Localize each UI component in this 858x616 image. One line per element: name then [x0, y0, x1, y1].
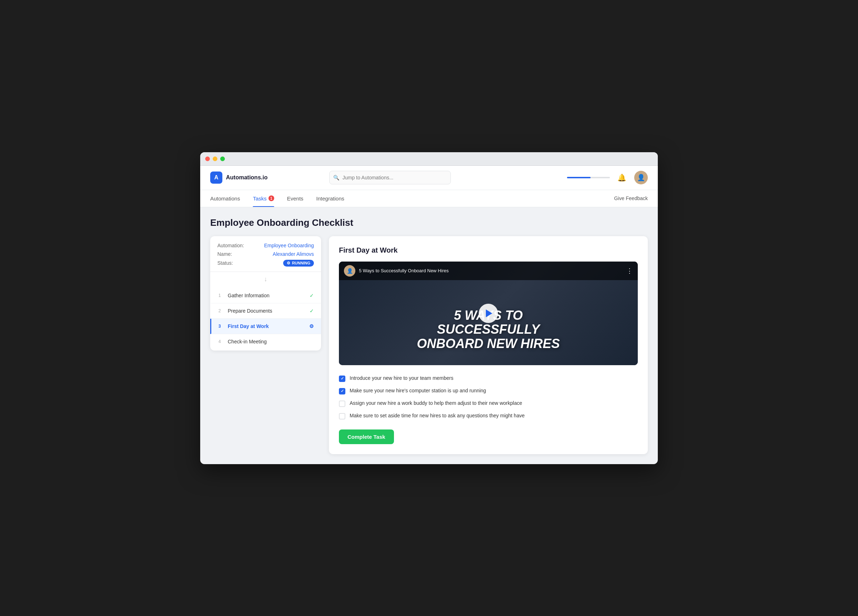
- search-input[interactable]: [329, 171, 451, 185]
- checklist-item: Make sure your new hire's computer stati…: [339, 388, 638, 394]
- video-channel: 👤 5 Ways to Successfully Onboard New Hir…: [344, 265, 449, 276]
- gear-icon: ⚙: [287, 261, 290, 265]
- nav-automations[interactable]: Automations: [210, 190, 240, 207]
- task-num: 4: [218, 339, 224, 344]
- nav-integrations[interactable]: Integrations: [316, 190, 344, 207]
- nav-bar: Automations Tasks 1 Events Integrations …: [200, 190, 658, 207]
- sidebar-card: Automation: Employee Onboarding Name: Al…: [210, 236, 321, 351]
- close-button[interactable]: [205, 157, 210, 161]
- status-label: Status:: [218, 260, 233, 266]
- page-title: Employee Onboarding Checklist: [210, 217, 648, 228]
- video-container[interactable]: 👤 5 Ways to Successfully Onboard New Hir…: [339, 262, 638, 365]
- task-num: 2: [218, 308, 224, 313]
- task-num: 3: [218, 324, 224, 329]
- logo-text: Automations.io: [226, 174, 267, 181]
- tasks-badge: 1: [269, 196, 274, 201]
- task-num: 1: [218, 293, 224, 298]
- maximize-button[interactable]: [220, 157, 225, 161]
- progress-fill: [567, 177, 591, 178]
- checkbox-4[interactable]: [339, 413, 345, 419]
- checkbox-3[interactable]: [339, 400, 345, 407]
- play-button[interactable]: [479, 304, 498, 323]
- sidebar-meta: Automation: Employee Onboarding Name: Al…: [210, 236, 321, 272]
- main-content: Employee Onboarding Checklist Automation…: [200, 207, 658, 464]
- name-label: Name:: [218, 251, 232, 257]
- task-checklist: Introduce your new hire to your team mem…: [339, 375, 638, 419]
- automation-row: Automation: Employee Onboarding: [218, 243, 314, 248]
- name-value[interactable]: Alexander Alimovs: [273, 251, 314, 257]
- automation-label: Automation:: [218, 243, 244, 248]
- task-list: 1 Gather Information ✓ 2 Prepare Documen…: [210, 287, 321, 351]
- channel-avatar: 👤: [344, 265, 355, 276]
- search-bar: 🔍: [329, 171, 451, 185]
- automation-value[interactable]: Employee Onboarding: [264, 243, 314, 248]
- video-title: 5 Ways to Successfully Onboard New Hires: [359, 268, 449, 273]
- bell-icon[interactable]: 🔔: [617, 172, 627, 183]
- checklist-item: Make sure to set aside time for new hire…: [339, 413, 638, 419]
- check-icon: ✓: [309, 293, 314, 298]
- detail-title: First Day at Work: [339, 246, 638, 254]
- checkbox-1[interactable]: [339, 375, 345, 382]
- search-icon: 🔍: [333, 175, 339, 180]
- task-item[interactable]: 1 Gather Information ✓: [210, 288, 321, 303]
- task-item[interactable]: 4 Check-in Meeting: [210, 334, 321, 349]
- check-icon: ✓: [309, 308, 314, 314]
- progress-container: [567, 177, 610, 178]
- nav-tasks[interactable]: Tasks 1: [253, 190, 274, 207]
- video-menu-icon[interactable]: ⋮: [626, 267, 633, 275]
- checkbox-2[interactable]: [339, 388, 345, 394]
- checklist-item: Assign your new hire a work buddy to hel…: [339, 400, 638, 407]
- detail-panel: First Day at Work 👤 5 Ways to Successful…: [329, 236, 648, 454]
- header: A Automations.io 🔍 🔔 👤: [200, 166, 658, 190]
- status-row: Status: ⚙ RUNNING: [218, 260, 314, 267]
- logo-icon: A: [210, 172, 222, 184]
- name-row: Name: Alexander Alimovs: [218, 251, 314, 257]
- task-item[interactable]: 2 Prepare Documents ✓: [210, 303, 321, 319]
- task-item-active[interactable]: 3 First Day at Work ⚙: [210, 319, 321, 334]
- complete-task-button[interactable]: Complete Task: [339, 430, 394, 444]
- status-badge: ⚙ RUNNING: [283, 260, 314, 267]
- titlebar: [200, 152, 658, 166]
- give-feedback-link[interactable]: Give Feedback: [614, 196, 648, 201]
- checklist-item: Introduce your new hire to your team mem…: [339, 375, 638, 382]
- minimize-button[interactable]: [213, 157, 218, 161]
- logo-area: A Automations.io: [210, 172, 267, 184]
- nav-events[interactable]: Events: [287, 190, 303, 207]
- header-right: 🔔 👤: [567, 171, 648, 185]
- avatar[interactable]: 👤: [634, 171, 648, 185]
- video-header: 👤 5 Ways to Successfully Onboard New Hir…: [339, 262, 638, 280]
- content-area: Automation: Employee Onboarding Name: Al…: [210, 236, 648, 454]
- arrow-down-icon: ↓: [210, 272, 321, 287]
- settings-icon: ⚙: [309, 323, 314, 329]
- app-window: A Automations.io 🔍 🔔 👤 Automations Tasks…: [200, 152, 658, 464]
